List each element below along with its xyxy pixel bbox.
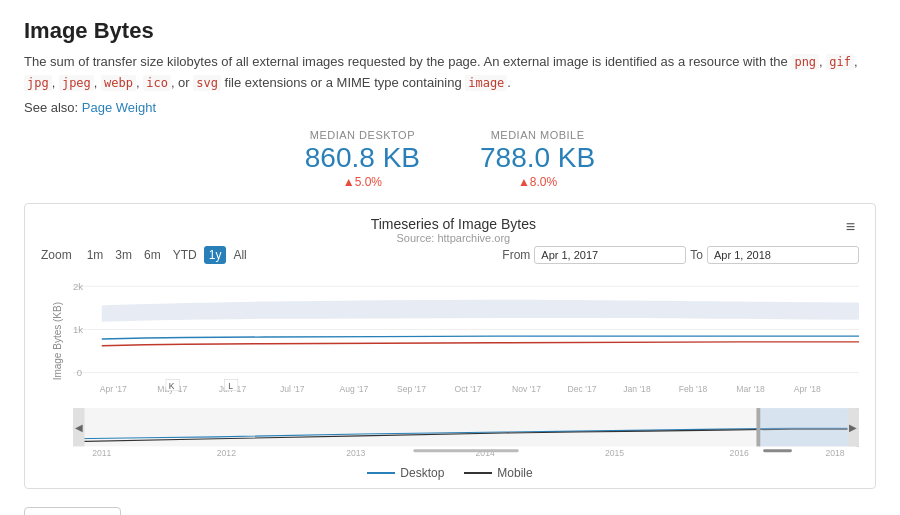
code-png: png: [791, 54, 819, 70]
mobile-line: [102, 342, 859, 346]
svg-text:2013: 2013: [346, 448, 365, 458]
mobile-metric-delta: ▲8.0%: [480, 175, 595, 189]
date-range: From To: [502, 246, 859, 264]
svg-text:Apr '18: Apr '18: [794, 384, 821, 394]
code-jpg: jpg: [24, 75, 52, 91]
zoom-controls: Zoom 1m 3m 6m YTD 1y All From To: [41, 246, 859, 264]
svg-text:2012: 2012: [217, 448, 236, 458]
page-title: Image Bytes: [24, 18, 876, 44]
legend-desktop-line: [367, 472, 395, 474]
svg-text:Nov '17: Nov '17: [512, 384, 541, 394]
svg-text:L: L: [228, 381, 233, 391]
legend-desktop-label: Desktop: [400, 466, 444, 480]
metrics-row: MEDIAN DESKTOP 860.8 KB ▲5.0% MEDIAN MOB…: [24, 129, 876, 190]
nav-selection[interactable]: [758, 408, 859, 446]
main-chart-svg-area: 2k 1k 0 Apr '17 May '17 Jun '17 Jul '17 …: [73, 274, 859, 407]
see-also: See also: Page Weight: [24, 100, 876, 115]
nav-spacer: [41, 407, 73, 462]
navigator-svg: ◀ ▶ 2011 2012 2013 2014 2015 2016 2018: [73, 407, 859, 459]
y-axis-label-container: Image Bytes (KB): [41, 274, 73, 407]
zoom-ytd[interactable]: YTD: [168, 246, 202, 264]
from-date-input[interactable]: [534, 246, 686, 264]
mobile-metric-value: 788.0 KB: [480, 143, 595, 174]
svg-text:1k: 1k: [73, 325, 83, 336]
zoom-6m[interactable]: 6m: [139, 246, 166, 264]
zoom-1y[interactable]: 1y: [204, 246, 227, 264]
see-also-label: See also:: [24, 100, 78, 115]
to-label: To: [690, 248, 703, 262]
svg-text:2018: 2018: [825, 448, 844, 458]
mobile-metric-label: MEDIAN MOBILE: [480, 129, 595, 141]
scrollbar-track[interactable]: [413, 450, 518, 453]
svg-text:Jan '18: Jan '18: [623, 384, 651, 394]
scrollbar-thumb[interactable]: [763, 450, 792, 453]
to-date-input[interactable]: [707, 246, 859, 264]
code-gif: gif: [826, 54, 854, 70]
chart-band-area: [102, 300, 859, 322]
legend-mobile: Mobile: [464, 466, 532, 480]
desktop-metric-label: MEDIAN DESKTOP: [305, 129, 420, 141]
svg-text:◀: ◀: [75, 422, 83, 433]
nav-left-handle[interactable]: [756, 408, 760, 446]
svg-text:Aug '17: Aug '17: [339, 384, 368, 394]
svg-text:Mar '18: Mar '18: [736, 384, 765, 394]
code-image: image: [465, 75, 507, 91]
desktop-metric-value: 860.8 KB: [305, 143, 420, 174]
navigator-wrapper: ◀ ▶ 2011 2012 2013 2014 2015 2016 2018: [41, 407, 859, 462]
mobile-metric: MEDIAN MOBILE 788.0 KB ▲8.0%: [480, 129, 595, 190]
svg-text:2011: 2011: [92, 448, 111, 458]
legend-desktop: Desktop: [367, 466, 444, 480]
desktop-line: [102, 337, 859, 340]
chart-legend: Desktop Mobile: [41, 466, 859, 480]
y-axis-label: Image Bytes (KB): [52, 302, 63, 380]
svg-text:Sep '17: Sep '17: [397, 384, 426, 394]
svg-rect-23: [73, 408, 859, 446]
svg-text:Oct '17: Oct '17: [454, 384, 481, 394]
legend-mobile-line: [464, 472, 492, 474]
zoom-label: Zoom: [41, 248, 72, 262]
svg-text:K: K: [169, 381, 175, 391]
zoom-3m[interactable]: 3m: [110, 246, 137, 264]
zoom-all[interactable]: All: [228, 246, 251, 264]
zoom-buttons: 1m 3m 6m YTD 1y All: [82, 246, 252, 264]
svg-text:2015: 2015: [605, 448, 624, 458]
svg-text:Jul '17: Jul '17: [280, 384, 305, 394]
page-weight-link[interactable]: Page Weight: [82, 100, 156, 115]
desktop-metric: MEDIAN DESKTOP 860.8 KB ▲5.0%: [305, 129, 420, 190]
chart-container: Timeseries of Image Bytes Source: httpar…: [24, 203, 876, 489]
svg-text:▶: ▶: [849, 422, 857, 433]
code-ico: ico: [143, 75, 171, 91]
main-chart-svg: 2k 1k 0 Apr '17 May '17 Jun '17 Jul '17 …: [73, 274, 859, 404]
chart-header: Timeseries of Image Bytes Source: httpar…: [41, 216, 859, 244]
zoom-1m[interactable]: 1m: [82, 246, 109, 264]
svg-text:Apr '17: Apr '17: [100, 384, 127, 394]
code-webp: webp: [101, 75, 136, 91]
desktop-metric-delta: ▲5.0%: [305, 175, 420, 189]
page-description: The sum of transfer size kilobytes of al…: [24, 52, 876, 94]
from-label: From: [502, 248, 530, 262]
chart-source: Source: httparchive.org: [65, 232, 842, 244]
legend-mobile-label: Mobile: [497, 466, 532, 480]
navigator-area: ◀ ▶ 2011 2012 2013 2014 2015 2016 2018: [73, 407, 859, 462]
code-jpeg: jpeg: [59, 75, 94, 91]
show-table-button[interactable]: Show Table: [24, 507, 121, 515]
svg-text:0: 0: [77, 368, 82, 379]
svg-text:Feb '18: Feb '18: [679, 384, 708, 394]
main-chart-wrapper: Image Bytes (KB) 2k 1k 0 Apr '17: [41, 274, 859, 407]
chart-title-block: Timeseries of Image Bytes Source: httpar…: [65, 216, 842, 244]
chart-title: Timeseries of Image Bytes: [65, 216, 842, 232]
code-svg: svg: [193, 75, 221, 91]
svg-text:Dec '17: Dec '17: [568, 384, 597, 394]
hamburger-menu-icon[interactable]: ≡: [842, 216, 859, 238]
svg-text:2016: 2016: [730, 448, 749, 458]
svg-text:2k: 2k: [73, 282, 83, 293]
